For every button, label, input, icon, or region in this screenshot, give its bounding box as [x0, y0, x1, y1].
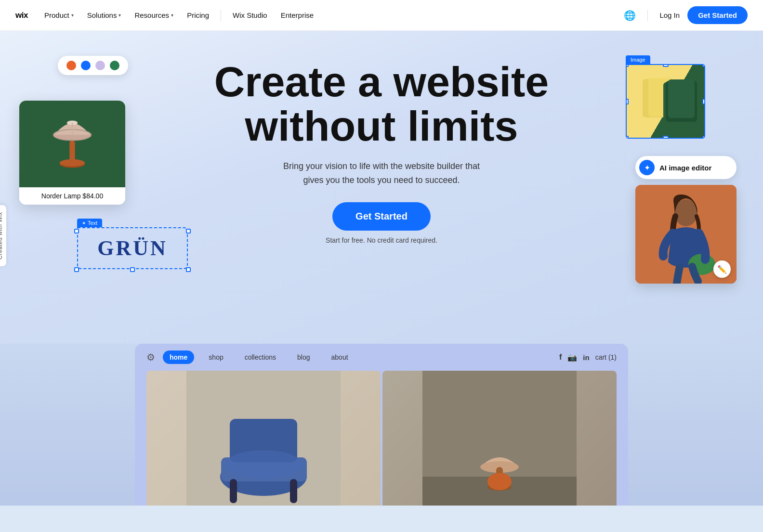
- nav-item-pricing[interactable]: Pricing: [181, 7, 215, 23]
- text-handle-tl[interactable]: [74, 229, 79, 234]
- ai-editor-label: AI image editor: [659, 164, 711, 172]
- preview-nav-about[interactable]: about: [325, 350, 355, 364]
- svg-rect-13: [668, 79, 695, 118]
- text-handle-br[interactable]: [186, 267, 191, 272]
- lamp-image: [19, 101, 125, 187]
- resize-handle-rm[interactable]: [702, 99, 705, 104]
- linkedin-icon[interactable]: in: [583, 353, 589, 362]
- chevron-down-icon: ▾: [118, 13, 121, 18]
- login-link[interactable]: Log In: [659, 11, 680, 19]
- color-dot-orange[interactable]: [66, 61, 76, 70]
- resize-handle-bl[interactable]: [626, 136, 629, 139]
- preview-images: [135, 371, 628, 506]
- image-widget: Image: [626, 55, 705, 139]
- color-dot-green[interactable]: [110, 61, 119, 70]
- hero-subtext: Bring your vision to life with the websi…: [283, 159, 480, 187]
- nav-divider: [221, 10, 221, 21]
- text-handle-bm[interactable]: [130, 267, 135, 272]
- hero-cta-container: Get Started: [332, 202, 431, 231]
- chevron-down-icon: ▾: [171, 13, 173, 18]
- lamp-product-label: Norder Lamp $84.00: [19, 187, 125, 205]
- website-preview: ⚙ home shop collections blog about f 📷 i…: [135, 344, 628, 506]
- settings-icon[interactable]: ⚙: [146, 351, 155, 363]
- resize-handle-br[interactable]: [702, 136, 705, 139]
- resize-handle-tl[interactable]: [626, 64, 629, 67]
- text-handle-tr[interactable]: [186, 229, 191, 234]
- globe-icon[interactable]: 🌐: [624, 10, 636, 21]
- hero-get-started-button[interactable]: Get Started: [332, 202, 431, 231]
- nav-right-divider: [647, 10, 648, 21]
- nav-items: Product ▾ Solutions ▾ Resources ▾ Pricin…: [39, 7, 624, 23]
- text-handle-bl[interactable]: [74, 267, 79, 272]
- resize-handle-tr[interactable]: [702, 64, 705, 67]
- cart-label[interactable]: cart (1): [595, 353, 617, 361]
- resize-handle-bm[interactable]: [663, 136, 669, 139]
- preview-navigation: ⚙ home shop collections blog about f 📷 i…: [135, 344, 628, 371]
- color-palette-widget: [58, 56, 128, 75]
- color-dot-lavender[interactable]: [95, 61, 105, 70]
- nav-item-resources[interactable]: Resources ▾: [129, 7, 179, 23]
- preview-nav-home[interactable]: home: [163, 350, 194, 364]
- instagram-icon[interactable]: 📷: [567, 353, 577, 362]
- svg-point-29: [487, 473, 512, 490]
- text-widget: ✦ Text GRÜN: [77, 218, 188, 270]
- svg-rect-22: [290, 479, 297, 503]
- nav-item-solutions[interactable]: Solutions ▾: [81, 7, 127, 23]
- svg-rect-21: [230, 479, 237, 503]
- lamp-product-card: Norder Lamp $84.00: [19, 101, 125, 205]
- image-widget-box[interactable]: [626, 64, 705, 139]
- chevron-down-icon: ▾: [71, 13, 74, 18]
- nav-item-enterprise[interactable]: Enterprise: [275, 7, 319, 23]
- resize-handle-lm[interactable]: [626, 99, 629, 104]
- nav-item-product[interactable]: Product ▾: [39, 7, 79, 23]
- created-with-wix-badge: Created with Wix: [0, 205, 6, 266]
- nav-get-started-button[interactable]: Get Started: [687, 6, 748, 24]
- wix-logo[interactable]: wix: [15, 8, 39, 23]
- svg-text:wix: wix: [15, 11, 28, 20]
- color-dot-blue[interactable]: [81, 61, 91, 70]
- preview-image-right: [382, 371, 617, 506]
- ai-photo: ✏️: [635, 185, 737, 284]
- ai-editor-tag: ✦ AI image editor: [635, 156, 737, 179]
- svg-point-5: [60, 159, 85, 167]
- product-image: [627, 65, 704, 138]
- ai-edit-button[interactable]: ✏️: [713, 260, 731, 278]
- navigation: wix Product ▾ Solutions ▾ Resources ▾ Pr…: [0, 0, 763, 31]
- text-widget-label-bar: ✦ Text: [77, 219, 102, 227]
- svg-point-23: [225, 450, 302, 479]
- preview-nav-blog[interactable]: blog: [290, 350, 316, 364]
- preview-nav-collections[interactable]: collections: [238, 350, 283, 364]
- preview-image-left: [146, 371, 381, 506]
- facebook-icon[interactable]: f: [559, 353, 562, 362]
- preview-social-icons: f 📷 in cart (1): [559, 353, 617, 362]
- resize-handle-tm[interactable]: [663, 64, 669, 67]
- image-widget-label: Image: [626, 55, 650, 64]
- hero-section: Norder Lamp $84.00 Image: [0, 31, 763, 344]
- preview-nav-shop[interactable]: shop: [202, 350, 230, 364]
- nav-item-wix-studio[interactable]: Wix Studio: [227, 7, 273, 23]
- ai-image-editor-panel: ✦ AI image editor: [635, 156, 737, 284]
- ai-icon: ✦: [639, 160, 655, 175]
- hero-headline: Create a website without limits: [214, 60, 549, 149]
- hero-free-note: Start for free. No credit card required.: [326, 236, 437, 244]
- nav-right: 🌐 Log In Get Started: [624, 6, 748, 24]
- text-widget-content[interactable]: GRÜN: [77, 227, 188, 269]
